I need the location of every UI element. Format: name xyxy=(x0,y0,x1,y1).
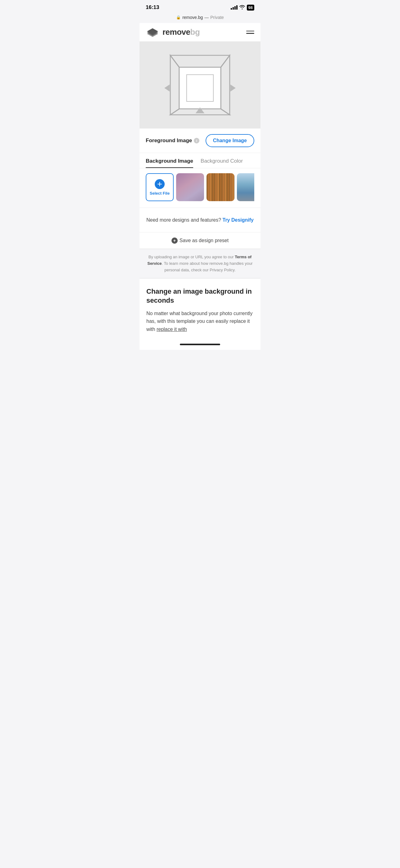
designify-link[interactable]: Try Designify xyxy=(223,217,254,223)
svg-marker-15 xyxy=(230,85,236,92)
logo-icon xyxy=(146,28,159,37)
background-images-grid: Select File xyxy=(146,173,254,201)
save-preset-label: Save as design preset xyxy=(179,238,229,243)
svg-marker-4 xyxy=(170,55,179,115)
svg-marker-14 xyxy=(164,85,170,92)
background-preset-2[interactable] xyxy=(206,173,234,201)
save-preset-icon: + xyxy=(171,238,178,244)
svg-marker-2 xyxy=(147,30,158,36)
background-preset-1[interactable] xyxy=(176,173,204,201)
preview-area xyxy=(139,41,261,128)
browser-bar: 🔒 remove.bg — Private xyxy=(139,13,261,23)
browser-separator: — xyxy=(204,15,209,20)
designify-section: Need more designs and features? Try Desi… xyxy=(139,208,261,232)
lock-icon: 🔒 xyxy=(176,15,181,20)
status-icons: 98 xyxy=(231,5,254,10)
select-file-label: Select File xyxy=(150,191,170,195)
plus-icon xyxy=(155,179,165,189)
tab-background-color[interactable]: Background Color xyxy=(201,158,243,168)
marketing-text: No matter what background your photo cur… xyxy=(146,310,254,333)
browser-domain: remove.bg xyxy=(182,15,203,20)
change-image-button[interactable]: Change Image xyxy=(206,134,254,147)
tabs-row: Background Image Background Color xyxy=(146,153,254,168)
save-preset-section[interactable]: + Save as design preset xyxy=(139,232,261,249)
foreground-image-row: Foreground Image i Change Image xyxy=(139,128,261,153)
marketing-section: Change an image background in seconds No… xyxy=(139,278,261,341)
svg-line-13 xyxy=(221,109,230,115)
marketing-title: Change an image background in seconds xyxy=(146,287,254,305)
svg-marker-5 xyxy=(221,55,230,115)
home-bar xyxy=(180,344,220,345)
terms-section: By uploading an image or URL you agree t… xyxy=(139,249,261,278)
svg-rect-8 xyxy=(187,74,213,101)
foreground-label: Foreground Image i xyxy=(146,137,199,144)
svg-marker-3 xyxy=(170,55,230,67)
svg-line-12 xyxy=(170,109,179,115)
browser-private: Private xyxy=(210,15,224,20)
wifi-icon xyxy=(239,5,245,10)
background-images-section: Select File xyxy=(139,168,261,207)
wireframe-graphic xyxy=(160,49,240,121)
logo-text: removebg xyxy=(163,27,200,37)
status-bar: 16:13 98 xyxy=(139,0,261,13)
info-icon[interactable]: i xyxy=(194,138,199,144)
home-indicator xyxy=(139,341,261,350)
status-time: 16:13 xyxy=(146,4,159,10)
select-file-tile[interactable]: Select File xyxy=(146,173,174,201)
tab-background-image[interactable]: Background Image xyxy=(146,158,193,168)
svg-line-11 xyxy=(221,55,230,67)
tabs-section: Background Image Background Color xyxy=(139,153,261,168)
battery-indicator: 98 xyxy=(247,5,254,10)
hamburger-menu[interactable] xyxy=(246,31,254,34)
svg-rect-17 xyxy=(158,184,162,184)
svg-line-10 xyxy=(170,55,179,67)
background-preset-3[interactable] xyxy=(237,173,254,201)
header: removebg xyxy=(139,23,261,41)
signal-icon xyxy=(231,5,237,10)
logo: removebg xyxy=(146,27,200,37)
